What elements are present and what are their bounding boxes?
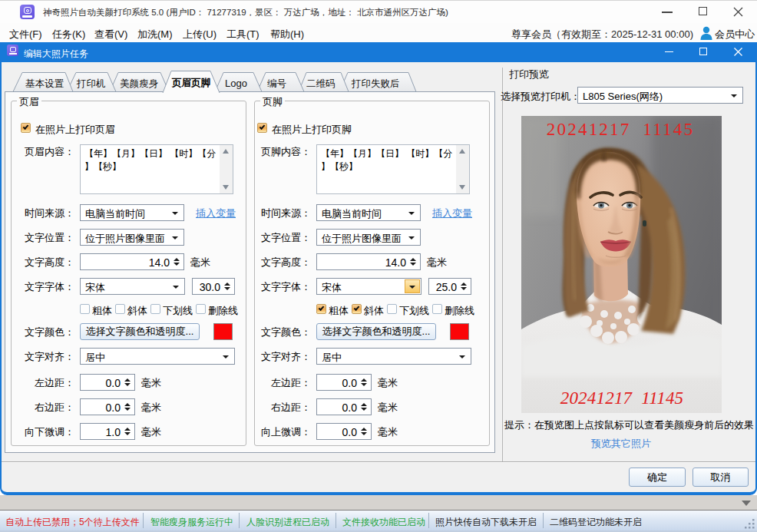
- svg-text:20241217 11145: 20241217 11145: [560, 388, 684, 408]
- svg-text:20241217 11145: 20241217 11145: [547, 120, 694, 139]
